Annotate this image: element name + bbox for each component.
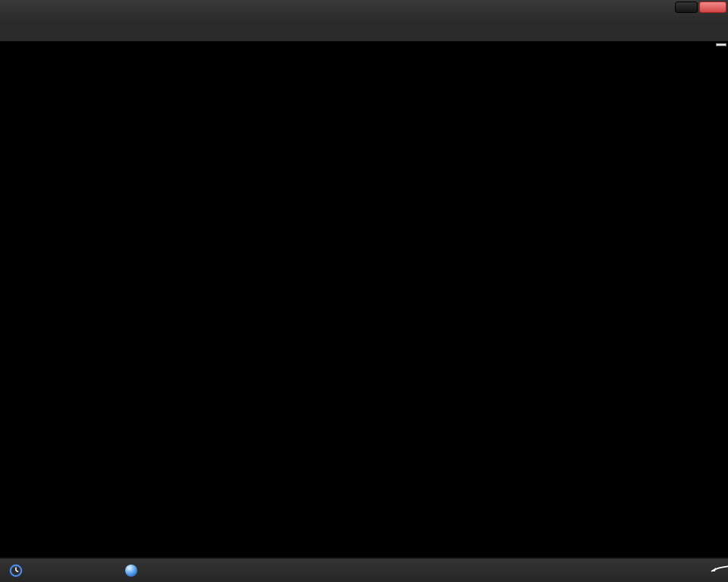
- brand-swoosh-icon: [708, 565, 728, 574]
- window-controls: [675, 2, 726, 13]
- status-mode-group: [125, 559, 143, 582]
- toolbar-tooltip: [716, 43, 726, 46]
- status-bar: [0, 557, 728, 582]
- dashboard-grid: [0, 41, 728, 559]
- status-clock-group: [9, 559, 29, 582]
- exit-button[interactable]: [699, 2, 726, 13]
- mode-indicator-icon: [125, 565, 137, 577]
- top-menu-bar: [0, 0, 728, 21]
- status-brand-group: [713, 559, 720, 582]
- ultimate-client-window: [0, 0, 728, 582]
- clock-icon: [9, 564, 23, 577]
- minimize-button[interactable]: [675, 2, 698, 13]
- tab-bar: [0, 21, 728, 42]
